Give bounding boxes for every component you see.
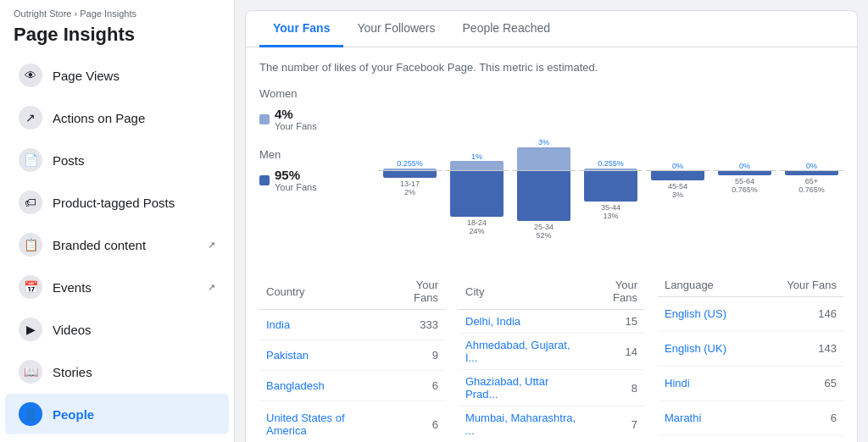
row-label: Delhi, India: [459, 310, 586, 334]
posts-icon: 📄: [19, 148, 42, 172]
country-table: Country Your Fans India333Pakistan9Bangl…: [259, 273, 445, 442]
row-label: Bangladesh: [259, 370, 385, 401]
sidebar: Outright Store › Page Insights Page Insi…: [0, 0, 235, 442]
sidebar-item-branded-content[interactable]: 📋 Branded content ↗: [5, 224, 229, 265]
row-label: English (UK): [658, 331, 759, 366]
table-row: English (UK)143: [658, 331, 843, 366]
row-value: 15: [586, 310, 644, 334]
bar-top-label-6: 0%: [806, 162, 817, 171]
row-value: 8: [586, 370, 644, 406]
bar-range-4: 45-54: [668, 182, 687, 191]
people-icon: 👤: [19, 402, 42, 426]
row-value: 6: [759, 401, 843, 435]
bar-bottom-pct-0: 2%: [404, 188, 415, 196]
external-link-icon: ↗: [208, 240, 215, 251]
sidebar-item-label: Videos: [53, 323, 92, 337]
men-color-dot: [259, 175, 270, 185]
row-value: 6: [385, 401, 445, 442]
sidebar-item-product-tagged-posts[interactable]: 🏷 Product-tagged Posts: [5, 182, 229, 223]
women-label: Women: [259, 87, 361, 100]
table-row: Marathi6: [658, 401, 843, 435]
row-label: India: [259, 310, 385, 340]
breadcrumb-separator: ›: [75, 8, 78, 19]
bar-bottom-pct-2: 52%: [536, 231, 551, 240]
video-icon: ▶: [19, 318, 42, 341]
table-row: Pakistan9: [259, 340, 445, 370]
breadcrumb: Outright Store › Page Insights: [0, 0, 234, 20]
bar-bottom-rect-3: [584, 171, 638, 202]
sidebar-item-label: Stories: [53, 365, 92, 379]
men-legend-item: 95% Your Fans: [259, 168, 361, 192]
sidebar-item-label: Posts: [53, 153, 85, 168]
sidebar-item-stories[interactable]: 📖 Stories: [5, 351, 229, 392]
sidebar-item-page-views[interactable]: 👁 Page Views: [5, 55, 229, 96]
bar-bottom-pct-3: 13%: [603, 212, 618, 220]
row-value: 143: [759, 331, 843, 366]
sidebar-item-people[interactable]: 👤 People: [5, 394, 229, 434]
table-row: Bangladesh6: [259, 370, 445, 401]
card-body: The number of likes of your Facebook Pag…: [246, 47, 857, 442]
row-label: Mumbai, Maharashtra, ...: [459, 406, 586, 443]
row-value: 6: [385, 370, 445, 401]
sidebar-item-actions-on-page[interactable]: ↗ Actions on Page: [5, 97, 229, 138]
city-fans-header: Your Fans: [586, 273, 644, 310]
sidebar-item-videos[interactable]: ▶ Videos: [5, 309, 229, 350]
branded-icon: 📋: [19, 233, 42, 257]
row-label: Gujarati: [658, 435, 759, 442]
tab-your-fans[interactable]: Your Fans: [259, 11, 343, 47]
row-value: 9: [385, 340, 445, 370]
bar-bottom-rect-6: [785, 171, 839, 175]
row-value: 7: [586, 406, 644, 443]
bar-bottom-rect-4: [651, 171, 705, 180]
chart-area: Women 4% Your Fans Men: [259, 87, 843, 257]
sidebar-item-messages[interactable]: 💬 Messages: [5, 436, 229, 442]
language-fans-header: Your Fans: [759, 273, 843, 297]
bar-col-5: 0% 55-64 0.765%: [713, 87, 776, 240]
breadcrumb-store[interactable]: Outright Store: [14, 8, 71, 19]
breadcrumb-page: Page Insights: [80, 8, 136, 19]
tab-people-reached[interactable]: People Reached: [449, 11, 565, 47]
sidebar-item-label: Events: [53, 280, 92, 295]
bar-col-1: 1% 18-24 24%: [445, 87, 509, 240]
country-fans-header: Your Fans: [385, 273, 445, 310]
row-value: 5: [759, 435, 843, 442]
row-value: 146: [759, 297, 843, 332]
bar-col-4: 0% 45-54 3%: [646, 87, 709, 240]
women-legend: Women 4% Your Fans: [259, 87, 361, 131]
tag-icon: 🏷: [19, 191, 42, 214]
sidebar-item-posts[interactable]: 📄 Posts: [5, 140, 229, 180]
table-row: India333: [259, 310, 445, 340]
table-row: Gujarati5: [658, 435, 843, 442]
tab-your-followers[interactable]: Your Followers: [343, 11, 448, 47]
sidebar-item-events[interactable]: 📅 Events ↗: [5, 267, 229, 307]
sidebar-item-label: Product-tagged Posts: [53, 196, 175, 210]
stories-icon: 📖: [19, 360, 42, 384]
row-label: Marathi: [658, 401, 759, 435]
table-row: English (US)146: [658, 297, 843, 332]
main-content: Your Fans Your Followers People Reached …: [235, 0, 868, 442]
table-row: United States of America6: [259, 401, 445, 442]
bar-top-label-0: 0.255%: [397, 159, 423, 169]
row-label: English (US): [658, 297, 759, 332]
row-label: Ghaziabad, Uttar Prad...: [459, 370, 586, 406]
bar-top-label-5: 0%: [739, 162, 750, 171]
bar-top-label-2: 3%: [538, 138, 549, 147]
men-sub: Your Fans: [275, 182, 317, 192]
bar-bottom-rect-1: [450, 171, 504, 217]
language-col-header: Language: [658, 273, 759, 297]
bar-bottom-pct-1: 24%: [469, 227, 484, 235]
bar-bottom-rect-0: [383, 171, 437, 177]
bar-top-rect-2: [517, 147, 571, 171]
metric-description: The number of likes of your Facebook Pag…: [259, 61, 843, 74]
language-table: Language Your Fans English (US)146Englis…: [658, 273, 843, 442]
row-label: Ahmedabad, Gujarat, I...: [459, 334, 586, 370]
bar-col-6: 0% 65+ 0.765%: [780, 87, 843, 240]
row-label: Hindi: [658, 366, 759, 401]
bar-col-3: 0.255% 35-44 13%: [579, 87, 643, 240]
bar-col-2: 3% 25-34 52%: [512, 87, 576, 240]
sidebar-item-label: Actions on Page: [53, 111, 145, 125]
chart-legend: Women 4% Your Fans Men: [259, 87, 361, 257]
women-sub: Your Fans: [275, 121, 317, 131]
sidebar-item-label: People: [53, 407, 94, 422]
external-link-icon: ↗: [208, 282, 215, 293]
